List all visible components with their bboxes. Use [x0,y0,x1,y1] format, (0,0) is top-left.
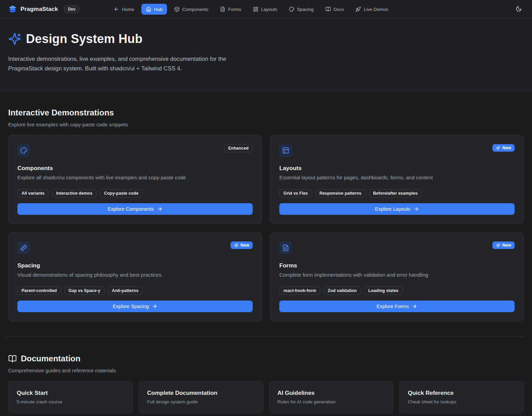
doc-card-description: Cheat sheet for lookups [408,399,515,404]
top-nav: PragmaStack Dev Home Hub Components Form… [0,0,532,19]
demos-section-subheading: Explore live examples with copy-paste co… [8,122,524,127]
feature-tag: Loading states [364,287,403,295]
doc-card-title: Quick Reference [408,390,515,397]
feature-tag: react-hook-form [279,287,320,295]
doc-card-ai-guidelines[interactable]: AI Guidelines Rules for AI code generati… [269,381,394,413]
button-label: Explore Components [108,206,154,212]
moon-icon [516,6,522,12]
demo-card-grid: Enhanced Components Explore all shadcn/u… [8,135,524,321]
nav-item-forms[interactable]: Forms [215,4,246,15]
doc-card-title: Quick Start [17,390,124,397]
feature-tag: Interactive demos [52,189,96,197]
arrow-right-icon [152,304,157,309]
new-badge: New [492,144,515,152]
book-open-icon [8,355,17,363]
nav-item-label: Live Demos [364,7,388,12]
house-icon [146,6,151,12]
explore-components-button[interactable]: Explore Components [17,203,253,215]
sparkles-icon [496,243,500,248]
feature-tag: Gap vs Space-y [65,287,104,295]
doc-card-complete-documentation[interactable]: Complete Documentation Full design syste… [139,381,263,413]
panels-top-left-icon [279,144,292,157]
explore-layouts-button[interactable]: Explore Layouts [279,203,515,215]
badge-label: New [240,243,249,248]
palette-icon [289,6,294,12]
status-badge: Enhanced [224,144,253,152]
feature-tag: Copy-paste code [100,189,143,197]
sparkles-icon [496,146,500,150]
feature-tag: Before/after examples [369,189,422,197]
demo-card-components: Enhanced Components Explore all shadcn/u… [8,135,262,224]
nav-item-label: Layouts [261,7,277,12]
brand[interactable]: PragmaStack Dev [8,5,79,14]
doc-card-description: Full design system guide [147,399,255,404]
nav-item-components[interactable]: Components [170,4,213,15]
new-badge: New [492,241,515,249]
layout-grid-icon [253,6,258,12]
file-text-icon [279,241,292,254]
nav-item-label: Spacing [297,7,314,12]
arrow-right-icon [414,206,419,212]
nav-item-label: Hub [154,7,163,12]
doc-card-description: 5-minute crash course [17,399,124,404]
doc-card-quick-reference[interactable]: Quick Reference Cheat sheet for lookups [399,381,524,413]
demo-card-forms: New Forms Complete form implementations … [270,232,524,321]
nav-item-label: Components [182,7,209,12]
card-description: Visual demonstrations of spacing philoso… [17,272,253,278]
doc-card-title: AI Guidelines [278,390,385,397]
docs-heading-label: Documentation [21,354,81,363]
file-text-icon [220,6,225,12]
nav-item-docs[interactable]: Docs [321,4,349,15]
card-description: Complete form implementations with valid… [279,272,515,278]
card-title: Layouts [279,165,515,172]
explore-spacing-button[interactable]: Explore Spacing [17,301,253,312]
theme-toggle-button[interactable] [514,4,524,15]
nav-item-label: Docs [334,7,344,12]
button-label: Explore Layouts [375,206,410,212]
card-title: Components [17,165,253,172]
main-nav: Home Hub Components Forms Layouts Spacin… [109,4,393,15]
docs-section-heading: Documentation [8,354,524,363]
main-content: Interactive Demonstrations Explore live … [0,108,532,416]
book-open-icon [325,6,331,12]
feature-tag: Zod validation [324,287,361,295]
feature-tag: Parent-controlled [17,287,61,295]
badge-label: New [502,243,511,248]
arrow-right-icon [157,206,163,212]
demos-section-heading: Interactive Demonstrations [8,108,524,117]
feature-tag: All variants [17,189,48,197]
sparkles-icon [234,243,238,248]
env-badge: Dev [64,5,79,13]
doc-card-grid: Quick Start 5-minute crash course Comple… [8,381,524,413]
page-title: Design System Hub [26,32,142,46]
rocket-icon [355,6,361,12]
palette-icon [17,144,30,157]
layers-logo-icon [8,5,17,14]
card-description: Explore all shadcn/ui components with li… [17,175,253,180]
nav-item-spacing[interactable]: Spacing [284,4,318,15]
explore-forms-button[interactable]: Explore Forms [279,301,515,312]
arrow-left-icon [114,6,119,12]
doc-card-description: Rules for AI code generation [278,399,385,404]
ruler-icon [17,241,30,254]
nav-item-live-demos[interactable]: Live Demos [351,4,392,15]
card-description: Essential layout patterns for pages, das… [279,175,515,180]
nav-item-home[interactable]: Home [109,4,139,15]
page: PragmaStack Dev Home Hub Components Form… [0,0,532,416]
docs-section-subheading: Comprehensive guides and reference mater… [8,368,524,373]
button-label: Explore Forms [377,304,409,309]
sparkles-icon [8,32,21,45]
demo-card-spacing: New Spacing Visual demonstrations of spa… [8,232,262,321]
feature-tag: Responsive patterns [316,189,366,197]
nav-item-label: Home [122,7,134,12]
demo-card-layouts: New Layouts Essential layout patterns fo… [270,135,524,224]
package-icon [174,6,180,12]
nav-item-layouts[interactable]: Layouts [249,4,282,15]
section-divider [6,336,524,337]
badge-label: New [502,145,511,150]
page-subtitle: Interactive demonstrations, live example… [8,54,263,73]
feature-tag: Anti-patterns [108,287,143,295]
doc-card-quick-start[interactable]: Quick Start 5-minute crash course [8,381,133,413]
doc-card-title: Complete Documentation [147,390,255,397]
nav-item-hub[interactable]: Hub [141,4,167,15]
